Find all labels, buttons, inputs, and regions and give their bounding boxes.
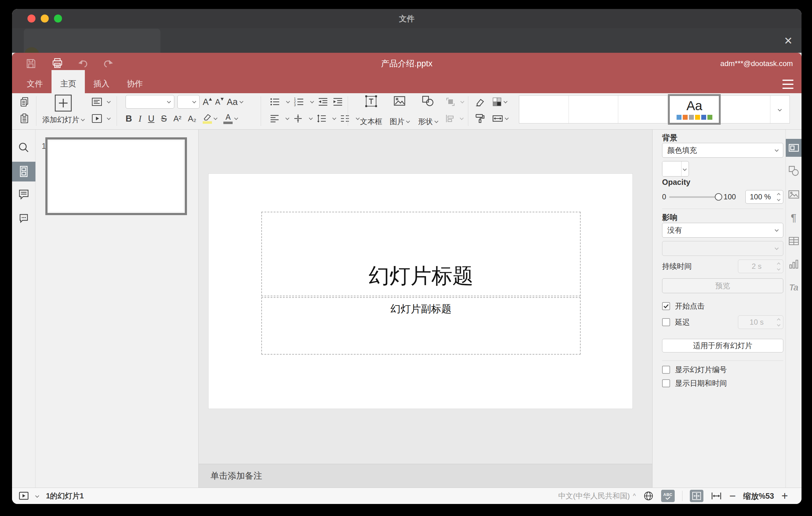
- opacity-slider[interactable]: [669, 196, 719, 198]
- font-size-select[interactable]: [177, 95, 200, 109]
- delay-spinner[interactable]: 10 s: [738, 315, 783, 329]
- language-selector[interactable]: 中文(中华人民共和国) ^: [558, 491, 636, 501]
- font-color-button[interactable]: A: [223, 113, 237, 124]
- underline-button[interactable]: U: [148, 114, 154, 123]
- italic-button[interactable]: I: [139, 114, 142, 123]
- theme-gallery-expand-button[interactable]: [770, 96, 789, 123]
- color-scheme-button[interactable]: [492, 97, 507, 107]
- slide-settings-tab[interactable]: [786, 139, 802, 157]
- add-slide-button[interactable]: 添加幻灯片: [37, 94, 89, 125]
- chevron-down-icon[interactable]: [35, 494, 39, 498]
- start-slideshow-button[interactable]: [92, 114, 102, 123]
- horizontal-align-button[interactable]: [270, 114, 280, 123]
- numbered-list-button[interactable]: 123: [294, 97, 304, 107]
- clear-style-button[interactable]: [475, 97, 485, 107]
- change-case-button[interactable]: Aa: [227, 97, 242, 107]
- paste-button[interactable]: [19, 113, 30, 124]
- align-shapes-button[interactable]: [445, 114, 455, 123]
- chat-button[interactable]: [12, 208, 35, 228]
- start-preview-button[interactable]: [19, 492, 29, 500]
- strikethrough-button[interactable]: S: [161, 114, 167, 123]
- background-fill-select[interactable]: 颜色填充: [662, 143, 783, 158]
- insert-textbox-button[interactable]: 文本框: [357, 93, 385, 127]
- font-name-select[interactable]: [125, 95, 174, 109]
- subtitle-placeholder[interactable]: 幻灯片副标题: [261, 297, 581, 354]
- image-settings-tab[interactable]: [786, 185, 802, 203]
- effect-select[interactable]: 没有: [662, 223, 783, 238]
- zoom-in-button[interactable]: +: [781, 490, 788, 501]
- chevron-down-icon[interactable]: [107, 99, 111, 104]
- highlight-color-button[interactable]: [203, 113, 217, 124]
- check-icon: [663, 304, 669, 308]
- apply-to-all-button[interactable]: 适用于所有幻灯片: [662, 339, 783, 352]
- tab-home[interactable]: 主页: [52, 70, 85, 93]
- start-on-click-checkbox[interactable]: [662, 302, 670, 310]
- insert-shape-button[interactable]: 形状: [414, 93, 442, 127]
- shape-settings-tab[interactable]: [786, 162, 802, 180]
- decrease-indent-button[interactable]: [318, 97, 328, 107]
- theme-option-3[interactable]: [618, 96, 668, 123]
- effect-type-select[interactable]: [662, 241, 783, 256]
- increase-indent-button[interactable]: [332, 97, 343, 107]
- slider-thumb[interactable]: [715, 193, 722, 201]
- title-placeholder[interactable]: 幻灯片标题: [261, 212, 581, 296]
- menu-icon[interactable]: [782, 80, 793, 89]
- theme-option-2[interactable]: [569, 96, 618, 123]
- columns-button[interactable]: [340, 114, 350, 123]
- background-panel: [24, 29, 161, 53]
- zoom-out-button[interactable]: −: [729, 490, 736, 501]
- spellcheck-button[interactable]: ABC: [661, 490, 675, 502]
- plus-icon: [55, 94, 72, 112]
- show-date-time-checkbox[interactable]: [662, 379, 670, 387]
- bold-button[interactable]: B: [125, 114, 132, 123]
- subscript-button[interactable]: A₂: [188, 114, 196, 122]
- slides-panel-button[interactable]: [12, 162, 35, 181]
- zoom-window-button[interactable]: [54, 15, 62, 23]
- superscript-button[interactable]: A²: [173, 114, 181, 122]
- theme-option-selected[interactable]: Aa: [668, 94, 721, 125]
- arrange-group: [445, 93, 467, 130]
- copy-button[interactable]: [19, 96, 30, 107]
- show-slide-number-checkbox[interactable]: [662, 366, 670, 374]
- copy-style-button[interactable]: [475, 114, 485, 123]
- paragraph-settings-tab[interactable]: ¶: [786, 209, 802, 227]
- decrease-font-button[interactable]: A: [215, 98, 224, 106]
- notes-area[interactable]: 单击添加备注: [199, 464, 652, 488]
- minimize-window-button[interactable]: [41, 15, 49, 23]
- insert-image-button[interactable]: 图片: [385, 93, 414, 127]
- arrange-shapes-button[interactable]: [445, 97, 456, 107]
- fit-to-slide-button[interactable]: [690, 490, 703, 502]
- table-settings-tab[interactable]: [786, 232, 802, 250]
- set-language-button[interactable]: [643, 491, 654, 501]
- slide[interactable]: 幻灯片标题 幻灯片副标题: [208, 173, 633, 409]
- fit-to-width-button[interactable]: [711, 491, 722, 500]
- duration-spinner[interactable]: 2 s: [738, 260, 783, 273]
- search-button[interactable]: [12, 138, 35, 157]
- theme-option-1[interactable]: [519, 96, 569, 123]
- chart-settings-tab[interactable]: [786, 255, 802, 273]
- line-spacing-button[interactable]: [317, 114, 326, 123]
- spinner-arrows-icon[interactable]: [778, 191, 780, 203]
- close-window-button[interactable]: [27, 15, 35, 23]
- tab-collaborate[interactable]: 协作: [118, 75, 151, 93]
- textart-settings-tab[interactable]: Ta: [786, 279, 802, 296]
- bullet-list-button[interactable]: [270, 97, 280, 107]
- tab-file[interactable]: 文件: [18, 75, 52, 93]
- theme-option-5[interactable]: [721, 96, 770, 123]
- tab-insert[interactable]: 插入: [85, 75, 118, 93]
- preview-button[interactable]: 预览: [662, 278, 783, 293]
- increase-font-button[interactable]: A: [203, 97, 212, 107]
- spinner-arrows-icon: [778, 316, 780, 329]
- comments-button[interactable]: [12, 184, 35, 204]
- delay-checkbox[interactable]: [662, 318, 670, 326]
- slide-layout-button[interactable]: [92, 97, 102, 107]
- close-editor-icon[interactable]: ✕: [783, 35, 793, 46]
- delay-label: 延迟: [675, 317, 690, 327]
- chevron-down-icon[interactable]: [107, 116, 111, 120]
- slide-size-button[interactable]: [492, 114, 508, 123]
- vertical-align-button[interactable]: [293, 114, 303, 123]
- background-color-picker[interactable]: [662, 161, 689, 176]
- opacity-spinner[interactable]: 100 %: [745, 190, 783, 204]
- slide-settings-panel: 背景 颜色填充 Opacity 0 100 100 % 影响: [652, 130, 785, 488]
- slide-thumbnail[interactable]: [45, 137, 187, 215]
